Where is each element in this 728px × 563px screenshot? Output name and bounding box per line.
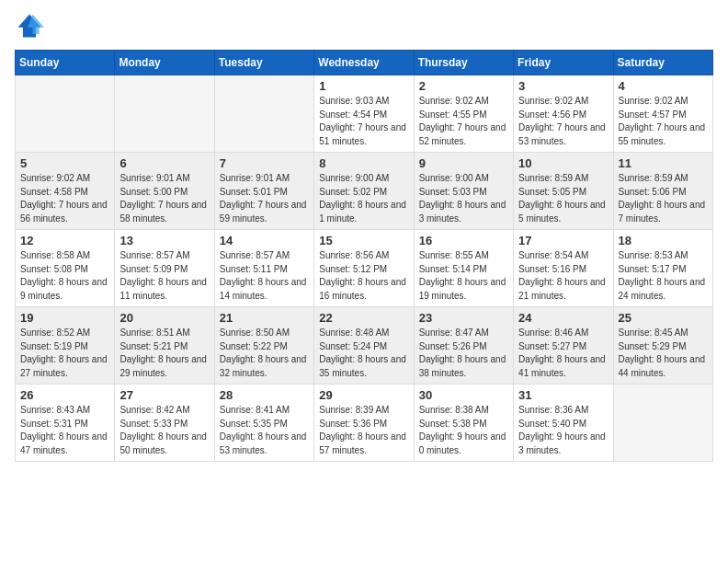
day-info: Sunrise: 8:57 AM Sunset: 5:11 PM Dayligh…	[220, 249, 309, 303]
day-cell: 10Sunrise: 8:59 AM Sunset: 5:05 PM Dayli…	[514, 153, 613, 230]
day-number: 10	[518, 156, 608, 170]
day-number: 2	[419, 79, 508, 93]
day-number: 23	[419, 311, 508, 325]
day-info: Sunrise: 9:00 AM Sunset: 5:03 PM Dayligh…	[419, 172, 508, 225]
day-info: Sunrise: 8:39 AM Sunset: 5:36 PM Dayligh…	[319, 404, 408, 457]
day-info: Sunrise: 8:41 AM Sunset: 5:35 PM Dayligh…	[220, 404, 309, 457]
day-cell	[16, 75, 115, 153]
day-cell: 16Sunrise: 8:55 AM Sunset: 5:14 PM Dayli…	[414, 230, 513, 307]
day-cell: 14Sunrise: 8:57 AM Sunset: 5:11 PM Dayli…	[214, 230, 313, 307]
day-number: 9	[419, 156, 508, 170]
day-cell	[115, 75, 214, 153]
day-info: Sunrise: 8:59 AM Sunset: 5:06 PM Dayligh…	[619, 172, 708, 225]
day-number: 29	[319, 388, 408, 402]
day-info: Sunrise: 8:58 AM Sunset: 5:08 PM Dayligh…	[20, 249, 109, 303]
day-number: 11	[619, 156, 708, 170]
day-number: 20	[119, 311, 209, 325]
day-info: Sunrise: 8:48 AM Sunset: 5:24 PM Dayligh…	[319, 327, 408, 380]
day-number: 5	[20, 156, 109, 170]
week-row-1: 1Sunrise: 9:03 AM Sunset: 4:54 PM Daylig…	[16, 75, 713, 153]
week-row-2: 5Sunrise: 9:02 AM Sunset: 4:58 PM Daylig…	[16, 153, 713, 230]
day-info: Sunrise: 9:00 AM Sunset: 5:02 PM Dayligh…	[319, 172, 408, 225]
calendar-table: SundayMondayTuesdayWednesdayThursdayFrid…	[15, 50, 713, 462]
day-cell: 21Sunrise: 8:50 AM Sunset: 5:22 PM Dayli…	[214, 307, 313, 385]
day-cell: 12Sunrise: 8:58 AM Sunset: 5:08 PM Dayli…	[16, 230, 115, 307]
day-cell: 3Sunrise: 9:02 AM Sunset: 4:56 PM Daylig…	[514, 75, 613, 153]
logo	[15, 11, 48, 40]
day-cell: 31Sunrise: 8:36 AM Sunset: 5:40 PM Dayli…	[514, 385, 613, 462]
day-info: Sunrise: 8:46 AM Sunset: 5:27 PM Dayligh…	[518, 327, 608, 380]
day-number: 1	[319, 79, 408, 93]
day-number: 26	[20, 388, 109, 402]
day-number: 17	[518, 234, 608, 247]
header	[15, 11, 713, 40]
day-cell: 5Sunrise: 9:02 AM Sunset: 4:58 PM Daylig…	[16, 153, 115, 230]
day-number: 25	[619, 311, 708, 325]
day-cell: 15Sunrise: 8:56 AM Sunset: 5:12 PM Dayli…	[314, 230, 414, 307]
day-cell: 7Sunrise: 9:01 AM Sunset: 5:01 PM Daylig…	[214, 153, 313, 230]
day-cell: 2Sunrise: 9:02 AM Sunset: 4:55 PM Daylig…	[414, 75, 513, 153]
day-info: Sunrise: 9:03 AM Sunset: 4:54 PM Dayligh…	[319, 95, 408, 148]
day-number: 6	[119, 156, 209, 170]
day-number: 30	[419, 388, 508, 402]
page: SundayMondayTuesdayWednesdayThursdayFrid…	[0, 0, 728, 563]
day-cell: 11Sunrise: 8:59 AM Sunset: 5:06 PM Dayli…	[613, 153, 712, 230]
day-number: 18	[619, 234, 708, 247]
day-cell: 4Sunrise: 9:02 AM Sunset: 4:57 PM Daylig…	[613, 75, 712, 153]
day-cell: 1Sunrise: 9:03 AM Sunset: 4:54 PM Daylig…	[314, 75, 414, 153]
day-cell: 27Sunrise: 8:42 AM Sunset: 5:33 PM Dayli…	[115, 385, 214, 462]
day-info: Sunrise: 9:02 AM Sunset: 4:57 PM Dayligh…	[619, 95, 708, 148]
weekday-header-tuesday: Tuesday	[214, 51, 313, 75]
day-info: Sunrise: 8:38 AM Sunset: 5:38 PM Dayligh…	[419, 404, 508, 457]
day-number: 12	[20, 234, 109, 247]
day-number: 24	[518, 311, 608, 325]
day-cell: 18Sunrise: 8:53 AM Sunset: 5:17 PM Dayli…	[613, 230, 712, 307]
day-cell: 8Sunrise: 9:00 AM Sunset: 5:02 PM Daylig…	[314, 153, 414, 230]
day-cell: 24Sunrise: 8:46 AM Sunset: 5:27 PM Dayli…	[514, 307, 613, 385]
day-number: 22	[319, 311, 408, 325]
day-number: 21	[220, 311, 309, 325]
day-cell	[613, 385, 712, 462]
day-cell	[214, 75, 313, 153]
day-number: 27	[119, 388, 209, 402]
weekday-header-friday: Friday	[514, 51, 613, 75]
day-cell: 25Sunrise: 8:45 AM Sunset: 5:29 PM Dayli…	[613, 307, 712, 385]
day-info: Sunrise: 9:02 AM Sunset: 4:55 PM Dayligh…	[419, 95, 508, 148]
weekday-header-saturday: Saturday	[613, 51, 712, 75]
day-number: 19	[20, 311, 109, 325]
week-row-4: 19Sunrise: 8:52 AM Sunset: 5:19 PM Dayli…	[16, 307, 713, 385]
day-info: Sunrise: 8:57 AM Sunset: 5:09 PM Dayligh…	[119, 249, 209, 303]
day-info: Sunrise: 8:43 AM Sunset: 5:31 PM Dayligh…	[20, 404, 109, 457]
day-info: Sunrise: 8:42 AM Sunset: 5:33 PM Dayligh…	[119, 404, 209, 457]
day-info: Sunrise: 9:02 AM Sunset: 4:56 PM Dayligh…	[518, 95, 608, 148]
day-info: Sunrise: 8:55 AM Sunset: 5:14 PM Dayligh…	[419, 249, 508, 303]
weekday-header-row: SundayMondayTuesdayWednesdayThursdayFrid…	[16, 51, 713, 75]
day-number: 7	[220, 156, 309, 170]
day-info: Sunrise: 8:50 AM Sunset: 5:22 PM Dayligh…	[220, 327, 309, 380]
day-cell: 22Sunrise: 8:48 AM Sunset: 5:24 PM Dayli…	[314, 307, 414, 385]
logo-icon	[15, 11, 44, 40]
day-cell: 20Sunrise: 8:51 AM Sunset: 5:21 PM Dayli…	[115, 307, 214, 385]
day-info: Sunrise: 9:02 AM Sunset: 4:58 PM Dayligh…	[20, 172, 109, 225]
day-cell: 13Sunrise: 8:57 AM Sunset: 5:09 PM Dayli…	[115, 230, 214, 307]
weekday-header-wednesday: Wednesday	[314, 51, 414, 75]
day-number: 28	[220, 388, 309, 402]
day-cell: 6Sunrise: 9:01 AM Sunset: 5:00 PM Daylig…	[115, 153, 214, 230]
week-row-3: 12Sunrise: 8:58 AM Sunset: 5:08 PM Dayli…	[16, 230, 713, 307]
day-info: Sunrise: 8:47 AM Sunset: 5:26 PM Dayligh…	[419, 327, 508, 380]
day-info: Sunrise: 8:52 AM Sunset: 5:19 PM Dayligh…	[20, 327, 109, 380]
day-info: Sunrise: 8:54 AM Sunset: 5:16 PM Dayligh…	[518, 249, 608, 303]
day-cell: 19Sunrise: 8:52 AM Sunset: 5:19 PM Dayli…	[16, 307, 115, 385]
weekday-header-monday: Monday	[115, 51, 214, 75]
day-number: 4	[619, 79, 708, 93]
weekday-header-thursday: Thursday	[414, 51, 513, 75]
day-info: Sunrise: 8:59 AM Sunset: 5:05 PM Dayligh…	[518, 172, 608, 225]
day-info: Sunrise: 9:01 AM Sunset: 5:01 PM Dayligh…	[220, 172, 309, 225]
day-cell: 17Sunrise: 8:54 AM Sunset: 5:16 PM Dayli…	[514, 230, 613, 307]
day-number: 8	[319, 156, 408, 170]
day-cell: 28Sunrise: 8:41 AM Sunset: 5:35 PM Dayli…	[214, 385, 313, 462]
day-info: Sunrise: 8:51 AM Sunset: 5:21 PM Dayligh…	[119, 327, 209, 380]
day-cell: 29Sunrise: 8:39 AM Sunset: 5:36 PM Dayli…	[314, 385, 414, 462]
day-number: 14	[220, 234, 309, 247]
day-cell: 23Sunrise: 8:47 AM Sunset: 5:26 PM Dayli…	[414, 307, 513, 385]
